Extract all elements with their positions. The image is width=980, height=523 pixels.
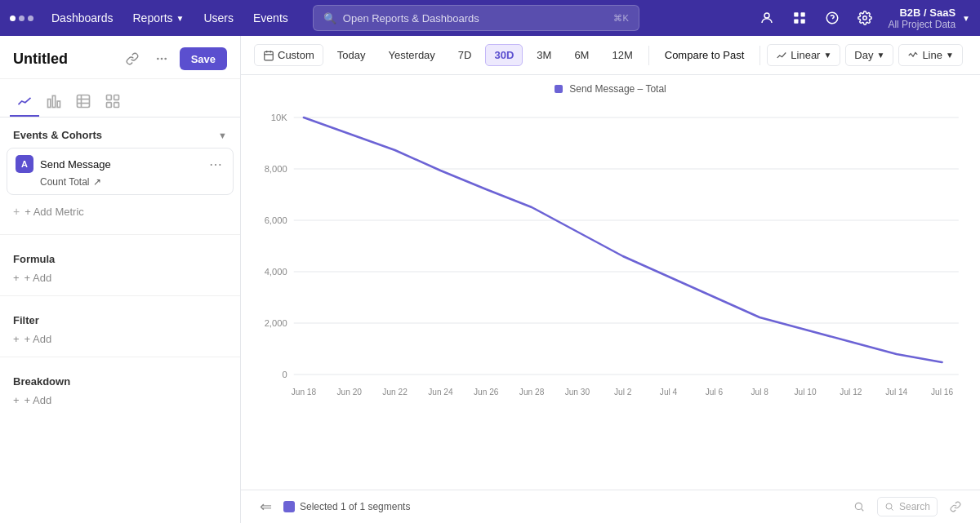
- more-options-btn[interactable]: [150, 47, 173, 70]
- svg-point-0: [764, 13, 769, 18]
- nav-events[interactable]: Events: [245, 8, 296, 28]
- svg-rect-1: [795, 12, 799, 16]
- day-button[interactable]: Day ▼: [845, 44, 893, 66]
- tab-grid[interactable]: [98, 87, 127, 117]
- svg-rect-21: [265, 51, 274, 60]
- nav-dashboards[interactable]: Dashboards: [43, 8, 122, 28]
- line-chart-svg: 10K 8,000 6,000 4,000 2,000 0 Jun 18 Jun…: [254, 101, 967, 419]
- line-button[interactable]: Line ▼: [898, 44, 962, 66]
- events-chevron-icon: ▼: [218, 131, 227, 140]
- svg-text:Jul 4: Jul 4: [660, 388, 678, 397]
- svg-text:Jun 28: Jun 28: [519, 388, 545, 397]
- svg-rect-2: [801, 12, 805, 16]
- page-title: Untitled: [13, 51, 68, 68]
- chart-legend: Send Message – Total: [241, 83, 980, 95]
- divider-1: [0, 234, 240, 235]
- filter-section: Filter + + Add: [0, 306, 240, 347]
- svg-line-53: [862, 509, 864, 512]
- event-item-header: A Send Message ⋯: [16, 155, 225, 173]
- event-menu-button[interactable]: ⋯: [207, 155, 225, 173]
- left-panel: Untitled Save: [0, 36, 241, 523]
- search-bottom-icon-btn[interactable]: [848, 495, 871, 518]
- breakdown-section: Breakdown + + Add: [0, 367, 240, 408]
- divider-3: [0, 357, 240, 357]
- tab-line-chart[interactable]: [10, 87, 39, 117]
- tab-table[interactable]: [69, 87, 98, 117]
- 7d-button[interactable]: 7D: [449, 44, 481, 66]
- divider-2: [0, 295, 240, 296]
- chart-svg-container: 10K 8,000 6,000 4,000 2,000 0 Jun 18 Jun…: [241, 101, 980, 423]
- svg-text:Jul 16: Jul 16: [931, 388, 953, 397]
- svg-text:Jun 30: Jun 30: [565, 388, 590, 397]
- page-title-bar: Untitled Save: [0, 36, 240, 79]
- global-search[interactable]: 🔍 Open Reports & Dashboards ⌘K: [313, 5, 639, 31]
- save-button[interactable]: Save: [180, 47, 227, 70]
- svg-text:0: 0: [282, 370, 287, 379]
- svg-point-9: [164, 58, 167, 60]
- legend-dot: [555, 85, 563, 93]
- compare-to-past-button[interactable]: Compare to Past: [656, 44, 754, 66]
- main-layout: Untitled Save: [0, 36, 980, 523]
- toolbar-separator-2: [760, 46, 760, 65]
- add-metric-button[interactable]: + + Add Metric: [0, 198, 240, 224]
- link-icon-btn[interactable]: [121, 47, 144, 70]
- svg-rect-10: [48, 100, 51, 108]
- reports-chevron-icon: ▼: [176, 14, 185, 23]
- chart-toolbar: Custom Today Yesterday 7D 30D 3M 6M 12M …: [241, 36, 980, 75]
- 12m-button[interactable]: 12M: [603, 44, 641, 66]
- nav-users[interactable]: Users: [195, 8, 242, 28]
- tab-bar-chart[interactable]: [39, 87, 69, 117]
- 30d-button[interactable]: 30D: [485, 44, 523, 66]
- top-navigation: Dashboards Reports ▼ Users Events 🔍 Open…: [0, 0, 980, 36]
- chart-bottom-bar: ⇐ Selected 1 of 1 segments Search: [241, 490, 980, 523]
- selected-badge: [283, 501, 295, 512]
- svg-text:Jul 8: Jul 8: [751, 388, 769, 397]
- people-icon-btn[interactable]: [754, 5, 780, 31]
- chart-type-tabs: [0, 79, 240, 117]
- grid-icon-btn[interactable]: [786, 5, 813, 31]
- calendar-button[interactable]: Custom: [254, 44, 323, 66]
- events-cohorts-header[interactable]: Events & Cohorts ▼: [0, 117, 240, 148]
- nav-reports[interactable]: Reports ▼: [125, 8, 193, 28]
- svg-text:Jun 18: Jun 18: [292, 388, 317, 397]
- formula-add-button[interactable]: + + Add: [13, 270, 51, 286]
- formula-section: Formula + + Add: [0, 245, 240, 286]
- svg-text:8,000: 8,000: [265, 164, 287, 174]
- yesterday-button[interactable]: Yesterday: [380, 44, 444, 66]
- app-logo: [10, 16, 33, 21]
- profile-chevron-icon: ▼: [962, 14, 970, 23]
- breakdown-add-button[interactable]: + + Add: [13, 392, 51, 408]
- today-button[interactable]: Today: [328, 44, 375, 66]
- event-item-send-message: A Send Message ⋯ Count Total ↗: [7, 148, 234, 195]
- linear-button[interactable]: Linear ▼: [767, 44, 840, 66]
- 3m-button[interactable]: 3M: [528, 44, 560, 66]
- help-icon-btn[interactable]: [819, 5, 845, 31]
- toolbar-separator-1: [648, 46, 649, 65]
- svg-text:Jun 20: Jun 20: [337, 388, 363, 397]
- share-chart-button[interactable]: [944, 495, 967, 518]
- user-profile[interactable]: B2B / SaaS All Project Data: [888, 7, 956, 30]
- bottom-search[interactable]: Search: [877, 497, 938, 516]
- svg-text:10K: 10K: [271, 113, 287, 122]
- search-icon: 🔍: [323, 12, 336, 24]
- svg-text:Jul 2: Jul 2: [614, 388, 632, 397]
- filter-add-button[interactable]: + + Add: [13, 331, 51, 347]
- svg-rect-13: [78, 95, 90, 108]
- collapse-panel-button[interactable]: ⇐: [254, 495, 277, 518]
- settings-icon-btn[interactable]: [852, 5, 878, 31]
- event-sub: Count Total ↗: [16, 176, 225, 188]
- formula-plus-icon: +: [13, 272, 20, 284]
- svg-text:Jul 10: Jul 10: [795, 388, 817, 397]
- svg-text:Jun 24: Jun 24: [428, 388, 453, 397]
- svg-point-8: [160, 58, 163, 60]
- svg-rect-3: [795, 20, 799, 24]
- event-name: Send Message: [40, 158, 200, 171]
- svg-point-52: [855, 503, 862, 509]
- svg-text:6,000: 6,000: [265, 215, 287, 225]
- 6m-button[interactable]: 6M: [565, 44, 598, 66]
- svg-point-54: [886, 503, 892, 509]
- line-chevron-icon: ▼: [946, 51, 954, 60]
- plus-icon: +: [13, 205, 20, 218]
- filter-label: Filter: [13, 314, 227, 326]
- selected-label: Selected 1 of 1 segments: [283, 501, 410, 512]
